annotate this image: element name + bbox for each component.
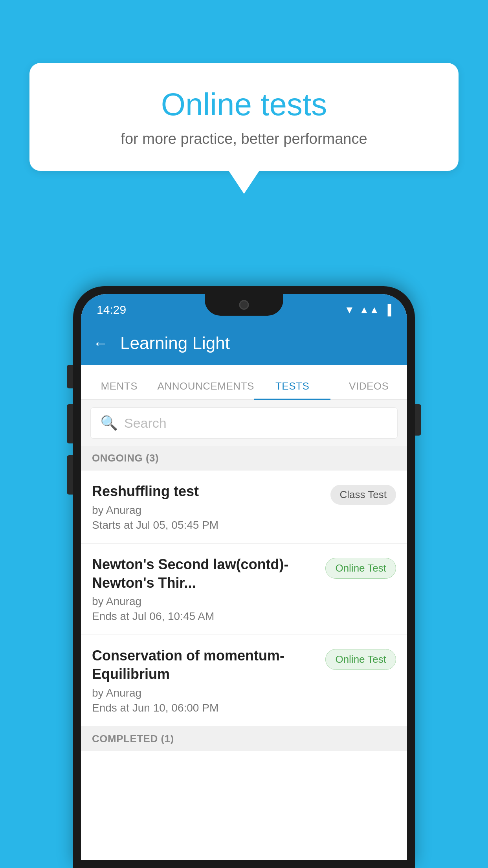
test-1-author: by Anurag: [92, 504, 323, 517]
test-1-name: Reshuffling test: [92, 482, 323, 501]
speech-bubble: Online tests for more practice, better p…: [29, 63, 459, 171]
test-item-3-left: Conservation of momentum-Equilibrium by …: [92, 647, 325, 714]
test-item-1[interactable]: Reshuffling test by Anurag Starts at Jul…: [81, 471, 407, 544]
test-2-badge: Online Test: [325, 558, 396, 579]
speech-bubble-container: Online tests for more practice, better p…: [29, 63, 459, 194]
battery-icon: ▐: [384, 304, 391, 316]
signal-icon: ▲▲: [359, 304, 379, 316]
tab-ments[interactable]: MENTS: [81, 380, 158, 399]
speech-bubble-title: Online tests: [61, 86, 427, 123]
phone-frame: 14:29 ▼ ▲▲ ▐ ← Learning Light MENTS ANNO…: [73, 286, 415, 868]
ongoing-section-header: ONGOING (3): [81, 446, 407, 471]
phone-silent-button: [67, 365, 73, 388]
test-3-badge: Online Test: [325, 649, 396, 670]
search-icon: 🔍: [100, 415, 118, 431]
phone-volume-down-button: [67, 455, 73, 495]
tab-videos[interactable]: VIDEOS: [330, 380, 407, 399]
back-button[interactable]: ←: [93, 335, 108, 352]
test-3-time: Ends at Jun 10, 06:00 PM: [92, 702, 317, 714]
status-icons: ▼ ▲▲ ▐: [344, 304, 391, 316]
wifi-icon: ▼: [344, 304, 354, 316]
test-3-name: Conservation of momentum-Equilibrium: [92, 647, 317, 684]
test-item-3[interactable]: Conservation of momentum-Equilibrium by …: [81, 635, 407, 726]
test-2-time: Ends at Jul 06, 10:45 AM: [92, 610, 317, 623]
tabs-container: MENTS ANNOUNCEMENTS TESTS VIDEOS: [81, 365, 407, 400]
phone-screen: 14:29 ▼ ▲▲ ▐ ← Learning Light MENTS ANNO…: [81, 294, 407, 860]
phone-volume-up-button: [67, 404, 73, 443]
test-item-1-left: Reshuffling test by Anurag Starts at Jul…: [92, 482, 330, 531]
test-3-author: by Anurag: [92, 687, 317, 699]
test-2-author: by Anurag: [92, 595, 317, 608]
completed-section-header: COMPLETED (1): [81, 726, 407, 751]
phone-camera: [239, 300, 249, 310]
app-bar: ← Learning Light: [81, 322, 407, 365]
search-bar[interactable]: 🔍 Search: [90, 407, 398, 439]
phone-power-button: [415, 404, 421, 436]
phone-notch: [205, 294, 283, 316]
app-title: Learning Light: [120, 333, 230, 353]
test-item-2-left: Newton's Second law(contd)-Newton's Thir…: [92, 555, 325, 623]
search-placeholder: Search: [124, 416, 167, 431]
speech-bubble-arrow: [228, 170, 260, 194]
tab-tests[interactable]: TESTS: [254, 380, 331, 399]
speech-bubble-subtitle: for more practice, better performance: [61, 131, 427, 147]
test-2-name: Newton's Second law(contd)-Newton's Thir…: [92, 555, 317, 592]
search-container: 🔍 Search: [81, 400, 407, 446]
test-1-time: Starts at Jul 05, 05:45 PM: [92, 519, 323, 531]
tab-announcements[interactable]: ANNOUNCEMENTS: [158, 380, 254, 399]
status-time: 14:29: [97, 303, 126, 316]
test-1-badge: Class Test: [330, 485, 396, 505]
test-item-2[interactable]: Newton's Second law(contd)-Newton's Thir…: [81, 544, 407, 635]
